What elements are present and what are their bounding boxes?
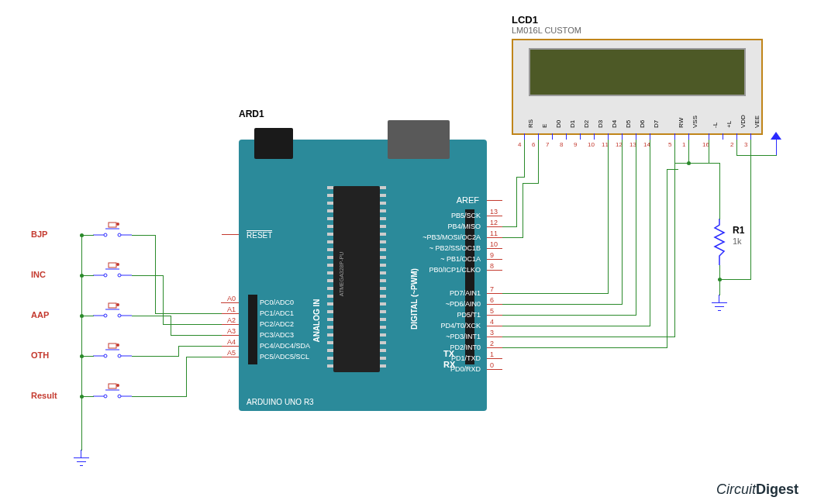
lcd-pin-num-10: 10 <box>588 141 595 148</box>
digital-stub-12 <box>487 226 502 227</box>
digital-stub-1 <box>487 358 502 359</box>
pin-d0: PD0/RXD <box>326 364 481 375</box>
digital-num-11: 11 <box>490 230 498 237</box>
svg-rect-5 <box>109 223 116 227</box>
digital-top-pins: PB5/SCK PB4/MISO ~PB3/MOSI/OC2A ~ PB2/SS… <box>326 211 481 275</box>
svg-point-23 <box>118 354 121 357</box>
wire-neg-l-seg0 <box>709 140 709 164</box>
button-oth <box>93 342 132 357</box>
wire-rs-d12-seg3 <box>502 226 517 227</box>
analog-stub-1 <box>221 313 239 314</box>
dot-btn-0 <box>80 233 84 237</box>
arduino-ref: ARD1 <box>239 109 264 119</box>
wire-d7-d4-seg0 <box>650 140 650 326</box>
wire-rs-d12-seg0 <box>524 140 525 178</box>
wire-e-d11-seg1 <box>523 183 539 184</box>
svg-point-34 <box>116 384 119 387</box>
analog-num-2: A2 <box>227 316 236 324</box>
lcd-pin-label-d5: D5 <box>625 97 632 128</box>
wire-rw-vss-seg0 <box>674 140 675 164</box>
digital-num-6: 6 <box>490 296 494 304</box>
wire-vdd-vcc-seg0 <box>736 140 737 156</box>
button-label-bjp: BJP <box>31 230 47 239</box>
usb-connector <box>388 120 450 159</box>
digital-num-12: 12 <box>490 219 498 226</box>
wire-btn-0-seg1 <box>155 235 156 314</box>
digital-stub-5 <box>487 315 502 316</box>
lcd-pin-tick-1 <box>538 133 539 140</box>
lcd-pin-num-8: 8 <box>560 141 563 148</box>
svg-point-15 <box>104 314 107 317</box>
wire-rw-gnd-route-seg0 <box>502 337 675 337</box>
resistor-ref: R1 <box>733 225 744 236</box>
lcd-pin-num-5: 5 <box>668 141 671 148</box>
digital-stub-2 <box>487 347 502 348</box>
wire-d5-d6-seg1 <box>502 304 623 305</box>
digital-num-4: 4 <box>490 318 494 326</box>
reset-label: RESET <box>247 230 272 240</box>
wire-btn-1-seg0 <box>132 275 164 276</box>
wire-rw-gnd-route-seg1 <box>674 155 675 337</box>
wire-btn-1-seg1 <box>163 275 164 325</box>
lcd-pin-label-d7: D7 <box>653 97 660 128</box>
button-aap <box>93 302 132 317</box>
wire-btn-3-seg0 <box>132 356 179 357</box>
analog-num-0: A0 <box>227 295 236 302</box>
aref-label: AREF <box>448 195 479 205</box>
digital-stub-9 <box>487 259 502 260</box>
analog-stub-0 <box>221 302 239 303</box>
analog-num-1: A1 <box>227 306 236 313</box>
lcd-pin-tick-5 <box>594 133 595 140</box>
digital-stub-7 <box>487 293 502 294</box>
wire-r1-top-seg0 <box>719 202 720 219</box>
wire-d4-d7-seg0 <box>608 140 609 294</box>
tx-label: TX <box>443 349 454 358</box>
lcd-pin-tick-0 <box>524 133 525 140</box>
watermark-suffix: Digest <box>756 482 798 497</box>
lcd-pin-label-vss: VSS <box>692 97 698 128</box>
lcd-pin-label-e: E <box>541 97 548 128</box>
button-label-aap: AAP <box>31 310 49 319</box>
resistor-r1 <box>713 219 726 265</box>
lcd-pin-num-3: 3 <box>744 141 747 148</box>
pin-d11: ~PB3/MOSI/OC2A <box>326 233 481 243</box>
wire-btn-1-seg2 <box>163 324 222 325</box>
svg-point-29 <box>104 395 107 398</box>
lcd-pin-tick-13 <box>723 133 723 140</box>
svg-point-30 <box>118 395 121 398</box>
pin-d13: PB5/SCK <box>326 211 481 221</box>
svg-point-27 <box>116 343 119 347</box>
pin-d8: PB0/ICP1/CLKO <box>326 265 481 275</box>
lcd-pin-label-d4: D4 <box>611 97 618 128</box>
digital-num-2: 2 <box>490 340 494 347</box>
lcd-pin-label--l: -L <box>712 97 719 128</box>
gnd-right <box>712 302 727 313</box>
reset-stub <box>222 234 239 235</box>
button-label-oth: OTH <box>31 350 49 360</box>
digital-stub-6 <box>487 304 502 305</box>
lcd-pin-tick-12 <box>709 133 709 140</box>
button-result <box>93 382 132 398</box>
wire-neg-l-seg1 <box>688 163 709 164</box>
digital-num-10: 10 <box>490 240 498 248</box>
digital-num-1: 1 <box>490 350 494 358</box>
wire-btn-4-seg0 <box>132 396 187 397</box>
lcd-pin-num-9: 9 <box>574 141 577 148</box>
lcd-pin-num-2: 2 <box>730 141 733 148</box>
svg-point-13 <box>116 263 119 266</box>
lcd-pin-label-vee: VEE <box>754 97 761 128</box>
wire-btn-2-seg0 <box>132 316 171 316</box>
lcd-pin-tick-9 <box>650 133 650 140</box>
lcd-pin-label-d1: D1 <box>569 97 576 128</box>
wire-d4-d7-seg1 <box>502 293 609 294</box>
lcd-pin-label-d6: D6 <box>639 97 646 128</box>
wire-vss-r1top-seg1 <box>719 163 720 202</box>
lcd-pin-tick-7 <box>622 133 623 140</box>
pin-d10: ~ PB2/SS/OC1B <box>326 243 481 254</box>
vcc-stub <box>776 140 777 155</box>
watermark: CircuitDigest <box>716 482 798 498</box>
digital-num-9: 9 <box>490 251 494 259</box>
wire-btn-3-seg2 <box>178 346 222 347</box>
lcd-pin-tick-2 <box>552 133 553 140</box>
wire-d5-d6-seg0 <box>622 140 623 305</box>
